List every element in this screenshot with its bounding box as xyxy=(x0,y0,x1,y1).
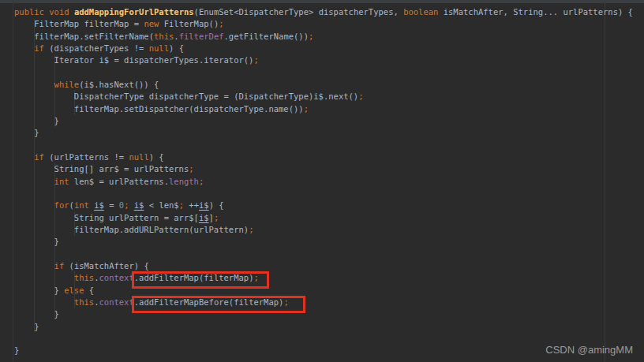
code-token: (EnumSet<DispatcherType> dispatcherTypes… xyxy=(194,7,404,17)
code-token: (i$.hasNext()) { xyxy=(79,80,159,89)
code-token: public xyxy=(14,7,44,17)
highlight-box-addfiltermapbefore xyxy=(132,296,305,313)
code-token: (isMatchAfter) { xyxy=(64,261,148,271)
code-token: this xyxy=(74,297,94,307)
code-token: void xyxy=(49,7,69,17)
code-token: ) { xyxy=(209,200,224,210)
code-line[interactable]: for(int i$ = 0; i$ < len$; ++i$) { xyxy=(14,200,644,211)
code-token: this xyxy=(154,32,174,41)
code-token: addMappingForUrlPatterns xyxy=(74,7,194,17)
code-token: FilterMap filterMap = xyxy=(14,19,144,28)
code-token: null xyxy=(149,43,169,53)
code-token: (urlPatterns != xyxy=(44,152,129,162)
code-token: this xyxy=(74,273,94,282)
code-token: String[] arr$ = urlPatterns xyxy=(14,164,189,174)
code-editor-screen: public void addMappingForUrlPatterns(Enu… xyxy=(0,0,644,362)
code-editor[interactable]: public void addMappingForUrlPatterns(Enu… xyxy=(0,0,644,362)
code-token: ) { xyxy=(169,43,184,53)
code-line[interactable]: public void addMappingForUrlPatterns(Enu… xyxy=(14,6,644,18)
code-token: else xyxy=(64,285,84,295)
highlight-box-addfiltermap xyxy=(132,271,269,289)
code-line[interactable]: FilterMap filterMap = new FilterMap(); xyxy=(14,18,644,30)
code-token: ; xyxy=(309,32,313,41)
code-token xyxy=(14,200,54,210)
code-token xyxy=(14,152,34,162)
code-token: < len$ xyxy=(144,200,178,210)
code-line[interactable]: this.context.addFilterMap(filterMap); xyxy=(14,272,644,284)
code-line[interactable]: } xyxy=(14,236,644,248)
code-line[interactable]: if (isMatchAfter) { xyxy=(14,260,644,272)
code-token: int xyxy=(54,177,69,186)
code-token: i$ xyxy=(94,200,104,210)
code-token: } xyxy=(14,345,19,355)
code-line[interactable] xyxy=(14,188,644,200)
code-token: ; xyxy=(214,213,219,222)
code-token: length xyxy=(169,177,199,186)
code-token: filterMap.setDispatcher(dispatcherType.n… xyxy=(14,104,304,114)
code-line[interactable]: } xyxy=(14,115,644,127)
code-line[interactable] xyxy=(14,140,644,151)
code-line[interactable]: } xyxy=(14,321,644,333)
code-line[interactable]: if (dispatcherTypes != null) { xyxy=(14,43,644,54)
code-token: i$ xyxy=(199,200,209,210)
code-line[interactable]: Iterator i$ = dispatcherTypes.iterator()… xyxy=(14,54,644,66)
code-line[interactable]: filterMap.addURLPattern(urlPattern); xyxy=(14,224,644,236)
code-token: } xyxy=(14,285,64,295)
code-token: filterMap.setFilterName( xyxy=(14,32,154,41)
code-token: String urlPattern = arr$[ xyxy=(14,213,199,222)
code-token: } xyxy=(14,128,39,137)
code-token: ; xyxy=(249,225,253,234)
code-token: new xyxy=(144,19,159,28)
code-line[interactable] xyxy=(14,248,644,260)
code-token: i$ xyxy=(199,213,209,222)
code-token: context xyxy=(99,297,133,307)
code-token xyxy=(14,43,34,53)
code-line[interactable]: this.context.addFilterMapBefore(filterMa… xyxy=(14,297,644,308)
code-line[interactable]: String urlPattern = arr$[i$]; xyxy=(14,212,644,224)
code-token: i$ xyxy=(134,200,144,210)
code-token: { xyxy=(84,285,95,295)
code-line[interactable]: DispatcherType dispatcherType = (Dispatc… xyxy=(14,91,644,103)
code-token: Iterator i$ = dispatcherTypes.iterator() xyxy=(14,55,253,65)
code-line[interactable]: int len$ = urlPatterns.length; xyxy=(14,176,644,188)
code-token: (dispatcherTypes != xyxy=(44,43,149,53)
code-token: if xyxy=(54,261,65,271)
code-token: null xyxy=(129,152,148,162)
code-token: len$ = urlPatterns. xyxy=(69,177,169,186)
code-line[interactable]: } xyxy=(14,127,644,139)
code-line[interactable] xyxy=(14,333,644,345)
code-line[interactable]: filterMap.setFilterName(this.filterDef.g… xyxy=(14,31,644,43)
code-token: boolean xyxy=(403,7,438,17)
code-token: DispatcherType dispatcherType = (Dispatc… xyxy=(14,91,358,101)
code-token: for xyxy=(54,200,69,210)
code-token: context xyxy=(99,273,133,282)
code-token: ; xyxy=(219,19,223,28)
code-line[interactable]: String[] arr$ = urlPatterns; xyxy=(14,163,644,175)
code-token: FilterMap() xyxy=(159,19,219,28)
code-token: .getFilterName()) xyxy=(224,32,309,41)
code-token: } xyxy=(14,322,39,331)
code-token: if xyxy=(34,152,44,162)
code-token: filterMap.addURLPattern(urlPattern) xyxy=(14,225,249,234)
code-line[interactable]: } else { xyxy=(14,285,644,297)
code-line[interactable]: if (urlPatterns != null) { xyxy=(14,151,644,163)
code-token: } xyxy=(14,237,59,246)
code-line[interactable]: filterMap.setDispatcher(dispatcherType.n… xyxy=(14,103,644,115)
code-token: ; xyxy=(189,164,193,174)
code-line[interactable]: while(i$.hasNext()) { xyxy=(14,79,644,91)
code-token: ; xyxy=(199,177,204,186)
code-line[interactable]: } xyxy=(14,308,644,320)
watermark-text: CSDN @amingMM xyxy=(545,344,633,356)
code-token xyxy=(14,261,54,271)
code-token: = xyxy=(104,200,119,210)
code-token xyxy=(14,273,74,282)
code-token: int xyxy=(74,200,89,210)
code-token: ) { xyxy=(149,152,164,162)
code-token: ++ xyxy=(184,200,199,210)
code-token xyxy=(14,297,74,307)
code-token: if xyxy=(34,43,44,53)
code-token: filterDef xyxy=(179,32,224,41)
code-token: ; xyxy=(304,104,309,114)
code-token: ; xyxy=(253,55,258,65)
code-line[interactable] xyxy=(14,67,644,79)
